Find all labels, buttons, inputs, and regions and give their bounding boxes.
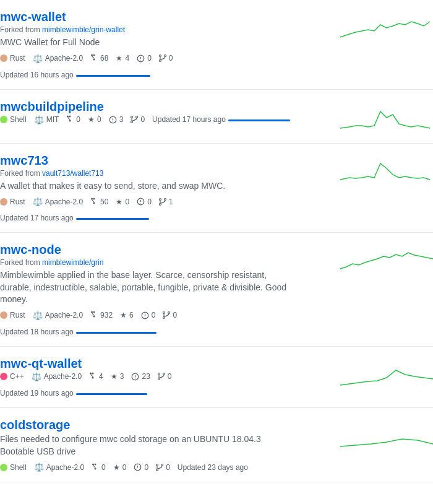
svg-point-49 xyxy=(138,469,139,469)
pr-icon xyxy=(156,463,163,472)
repo-item-mwc-qt-wallet: mwc-qt-walletC++⚖️Apache-2.04★3230Update… xyxy=(0,347,433,408)
forks-item[interactable]: 0 xyxy=(66,115,80,124)
repo-name-link[interactable]: mwc-qt-wallet xyxy=(0,357,82,371)
repo-meta: Rust⚖️Apache-2.0932★600Updated 18 hours … xyxy=(0,311,291,336)
repo-info: mwcbuildpipelineShell⚖️MIT0★030Updated 1… xyxy=(0,100,303,124)
prs-item[interactable]: 0 xyxy=(131,115,145,124)
forks-item[interactable]: 50 xyxy=(90,198,108,206)
language-dot xyxy=(0,198,7,206)
star-icon: ★ xyxy=(111,372,118,381)
pr-icon xyxy=(158,372,165,381)
repo-meta: C++⚖️Apache-2.04★3230Updated 19 hours ag… xyxy=(0,372,291,398)
repo-info: coldstorageFiles needed to configure mwc… xyxy=(0,418,303,472)
star-icon: ★ xyxy=(120,311,127,319)
updated-item: Updated 19 hours ago xyxy=(0,389,147,398)
repo-name-link[interactable]: mwc-wallet xyxy=(0,10,66,24)
stars-item[interactable]: ★0 xyxy=(88,115,101,124)
updated-text: Updated 17 hours ago xyxy=(152,115,226,124)
language-item: C++ xyxy=(0,372,24,381)
issues-item[interactable]: 0 xyxy=(137,54,152,63)
prs-item[interactable]: 0 xyxy=(159,54,173,63)
prs-item[interactable]: 0 xyxy=(158,372,172,381)
license-item: ⚖️Apache-2.0 xyxy=(33,311,83,320)
stars-count: 6 xyxy=(129,311,134,319)
updated-item: Updated 17 hours ago xyxy=(152,115,290,124)
prs-item[interactable]: 0 xyxy=(163,311,177,319)
language-item: Shell xyxy=(0,115,27,124)
stars-item[interactable]: ★3 xyxy=(111,372,124,381)
forks-count: 4 xyxy=(99,372,103,381)
fork-source-link[interactable]: vault713/wallet713 xyxy=(42,169,103,178)
svg-point-31 xyxy=(145,317,145,318)
language-item: Rust xyxy=(0,198,25,206)
prs-count: 1 xyxy=(169,198,173,206)
issues-icon xyxy=(141,311,149,319)
updated-text: Updated 19 hours ago xyxy=(0,389,74,398)
repo-info: mwc-nodeForked from mimblewimble/grinMim… xyxy=(0,243,303,336)
repo-description: Mimblewimble applied in the base layer. … xyxy=(0,269,291,306)
updated-text: Updated 23 days ago xyxy=(178,463,248,472)
forks-item[interactable]: 0 xyxy=(92,463,106,472)
svg-point-52 xyxy=(161,464,163,466)
language-dot xyxy=(0,373,7,380)
license-label: Apache-2.0 xyxy=(45,54,83,63)
license-label: Apache-2.0 xyxy=(45,198,83,206)
forks-item[interactable]: 932 xyxy=(90,311,113,319)
prs-item[interactable]: 1 xyxy=(159,198,173,206)
repo-name-link[interactable]: mwc713 xyxy=(0,154,48,168)
license-label: Apache-2.0 xyxy=(44,372,82,381)
star-icon: ★ xyxy=(116,198,122,206)
stars-item[interactable]: ★0 xyxy=(113,463,127,472)
issues-item[interactable]: 0 xyxy=(134,463,148,472)
forked-from: Forked from mimblewimble/grin-wallet xyxy=(0,25,291,34)
license-item: ⚖️Apache-2.0 xyxy=(33,197,83,206)
issues-item[interactable]: 23 xyxy=(131,372,150,381)
issues-item[interactable]: 0 xyxy=(137,198,152,206)
issues-item[interactable]: 0 xyxy=(141,311,156,319)
svg-point-14 xyxy=(131,116,133,118)
prs-item[interactable]: 0 xyxy=(156,463,170,472)
repo-item-mwc-node: mwc-nodeForked from mimblewimble/grinMim… xyxy=(0,233,433,347)
repo-description: MWC Wallet for Full Node xyxy=(0,37,291,49)
scale-icon: ⚖️ xyxy=(33,311,43,320)
repo-meta: Shell⚖️Apache-2.00★000Updated 23 days ag… xyxy=(0,463,291,472)
updated-item: Updated 18 hours ago xyxy=(0,328,156,336)
language-label: Shell xyxy=(10,115,27,124)
repo-name-link[interactable]: coldstorage xyxy=(0,418,70,432)
language-dot xyxy=(0,311,7,319)
svg-point-43 xyxy=(163,373,165,375)
stars-count: 0 xyxy=(122,463,127,472)
updated-item: Updated 17 hours ago xyxy=(0,214,149,222)
scale-icon: ⚖️ xyxy=(34,115,44,124)
fork-source-link[interactable]: mimblewimble/grin-wallet xyxy=(42,25,125,34)
language-item: Rust xyxy=(0,311,25,319)
language-label: C++ xyxy=(10,372,24,381)
language-dot xyxy=(0,116,7,123)
language-dot xyxy=(0,54,7,62)
updated-bar xyxy=(76,393,147,395)
svg-point-51 xyxy=(156,469,158,471)
issues-item[interactable]: 3 xyxy=(109,115,124,124)
forked-from: Forked from mimblewimble/grin xyxy=(0,258,291,267)
svg-point-13 xyxy=(113,121,113,122)
stars-item[interactable]: ★6 xyxy=(120,311,134,319)
fork-icon xyxy=(90,54,98,63)
fork-icon xyxy=(92,463,99,472)
svg-point-22 xyxy=(140,203,141,204)
svg-point-41 xyxy=(158,373,160,375)
svg-point-5 xyxy=(159,55,161,57)
repo-name-link[interactable]: mwc-node xyxy=(0,243,61,257)
updated-text: Updated 18 hours ago xyxy=(0,328,74,336)
issues-icon xyxy=(137,54,145,63)
forks-item[interactable]: 68 xyxy=(90,54,108,63)
forks-item[interactable]: 4 xyxy=(89,372,103,381)
issues-count: 23 xyxy=(142,372,150,381)
fork-source-link[interactable]: mimblewimble/grin xyxy=(42,258,103,267)
star-icon: ★ xyxy=(116,54,122,63)
forked-from: Forked from vault713/wallet713 xyxy=(0,169,291,178)
svg-point-4 xyxy=(140,60,141,61)
stars-item[interactable]: ★4 xyxy=(116,54,129,63)
stars-item[interactable]: ★0 xyxy=(116,198,129,206)
issues-count: 0 xyxy=(147,198,152,206)
repo-name-link[interactable]: mwcbuildpipeline xyxy=(0,100,104,114)
